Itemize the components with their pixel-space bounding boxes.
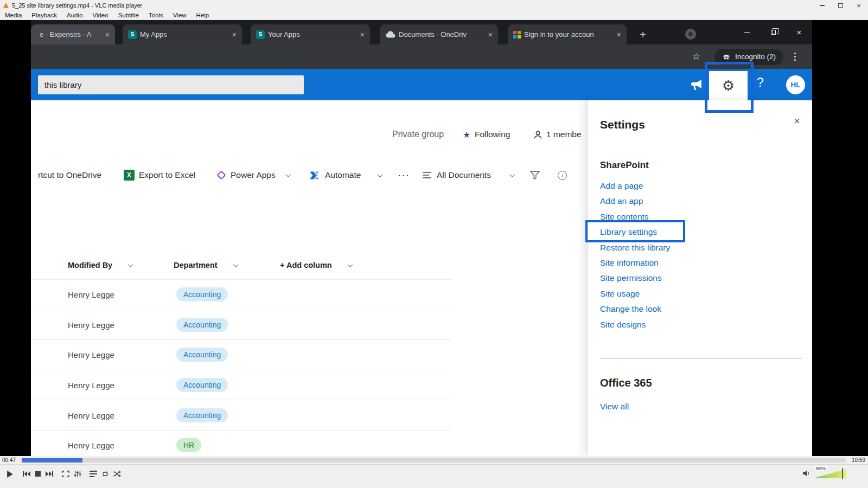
shortcut-label: rtcut to OneDrive [38,170,101,180]
export-to-excel-button[interactable]: X Export to Excel [124,167,195,183]
tab-your-apps[interactable]: S Your Apps × [251,24,370,44]
column-header-add-column[interactable]: + Add column [280,258,352,273]
following-button[interactable]: Following [475,129,510,140]
video-display-area[interactable]: e - Expenses - A × S My Apps × S Your Ap… [0,20,868,456]
vlc-seek-row: 00:47 10:59 [0,456,868,464]
help-button[interactable]: ? [757,75,764,90]
fullscreen-button[interactable] [60,467,72,480]
bookmark-star-icon[interactable]: ☆ [692,51,700,62]
settings-link-library-settings[interactable]: Library settings [600,224,801,240]
department-badge: Accounting [176,408,228,422]
tab-close-icon[interactable]: × [360,31,365,38]
vlc-menubar: Media Playback Audio Video Subtitle Tool… [0,11,868,20]
seek-slider[interactable] [22,458,846,463]
chevron-down-icon [347,262,353,267]
tab-close-icon[interactable]: × [617,31,621,38]
table-row[interactable]: Henry Legge Accounting [31,310,452,341]
play-button[interactable] [3,467,17,480]
settings-link-site-information[interactable]: Site information [600,255,801,271]
column-header-department[interactable]: Department [174,258,238,273]
table-row[interactable]: Henry Legge HR [31,431,452,456]
close-icon: × [797,28,802,37]
more-commands-button[interactable]: ··· [398,167,410,183]
tab-sign-in[interactable]: Sign in to your accoun × [508,24,627,44]
tab-onedrive[interactable]: Documents - OneDriv × [380,24,498,44]
settings-link-view-all[interactable]: View all [600,402,629,412]
incognito-icon [722,53,731,61]
settings-link-site-designs[interactable]: Site designs [600,317,801,332]
menu-help[interactable]: Help [192,12,214,18]
column-header-modified-by[interactable]: Modified By [68,258,132,273]
column-label: Department [174,261,218,269]
sharepoint-suitebar: ⚙ ? HL [31,69,812,101]
tab-close-icon[interactable]: × [488,31,493,38]
kebab-menu-icon[interactable] [792,50,798,63]
vlc-restore-button[interactable] [831,0,850,11]
filter-button[interactable] [530,167,540,183]
menu-playback[interactable]: Playback [27,12,62,18]
tab-close-icon[interactable]: × [232,31,237,38]
following-star-icon: ★ [463,129,470,140]
automate-button[interactable]: Automate [310,167,382,183]
tab-close-icon[interactable]: × [105,31,110,38]
tab-my-apps[interactable]: S My Apps × [123,24,242,44]
department-badge: Accounting [176,287,228,301]
elapsed-time: 00:47 [2,457,18,463]
seek-progress [22,458,82,463]
stop-button[interactable] [32,467,44,480]
vlc-minimize-button[interactable] [813,0,831,11]
settings-gear-button[interactable]: ⚙ [709,71,748,101]
avatar[interactable]: HL [786,75,805,94]
filter-icon [530,171,540,179]
loop-button[interactable] [99,467,111,480]
incognito-label: Incognito (2) [735,53,776,61]
browser-restore-button[interactable] [760,20,786,44]
menu-video[interactable]: Video [87,12,113,18]
chrome-circle-button[interactable] [685,29,696,40]
settings-link-site-permissions[interactable]: Site permissions [600,271,801,286]
settings-link-change-the-look[interactable]: Change the look [600,301,801,317]
search-input[interactable] [38,75,304,94]
next-button[interactable] [43,467,55,480]
volume-marker [842,468,843,479]
previous-button[interactable] [21,467,33,480]
settings-link-add-an-app[interactable]: Add an app [600,194,801,209]
table-row[interactable]: Henry Legge Accounting [31,370,452,401]
view-selector-button[interactable]: All Documents [423,167,514,183]
menu-subtitle[interactable]: Subtitle [113,12,144,18]
browser-toolbar: ☆ Incognito (2) [31,44,812,69]
table-row[interactable]: Henry Legge Accounting [31,280,452,310]
restore-icon [771,30,776,35]
modified-by-cell: Henry Legge [68,290,114,299]
members-count[interactable]: 1 membe [546,129,582,140]
settings-link-add-a-page[interactable]: Add a page [600,178,801,194]
table-row[interactable]: Henry Legge Accounting [31,400,452,431]
settings-link-site-contents[interactable]: Site contents [600,209,801,224]
table-row[interactable]: Henry Legge Accounting [31,340,452,370]
panel-close-icon[interactable]: × [794,115,800,126]
tab-expenses[interactable]: e - Expenses - A × [31,24,115,44]
menu-media[interactable]: Media [0,12,27,18]
extended-settings-button[interactable] [72,467,84,480]
modified-by-cell: Henry Legge [68,410,114,420]
minimize-icon [744,32,750,33]
menu-tools[interactable]: Tools [144,12,168,18]
playlist-button[interactable] [87,467,99,480]
new-tab-button[interactable]: + [636,29,649,40]
shuffle-button[interactable] [111,467,123,480]
browser-close-button[interactable]: × [786,20,812,44]
power-apps-button[interactable]: Power Apps [216,167,290,183]
menu-view[interactable]: View [168,12,192,18]
add-shortcut-button[interactable]: rtcut to OneDrive [38,167,101,183]
settings-link-restore-this-library[interactable]: Restore this library [600,240,801,255]
info-button[interactable]: i [558,167,567,183]
sharepoint-icon: S [256,30,265,39]
settings-link-site-usage[interactable]: Site usage [600,286,801,301]
menu-audio[interactable]: Audio [62,12,87,18]
vlc-close-button[interactable]: × [850,0,868,11]
speaker-icon[interactable] [803,470,810,477]
incognito-badge[interactable]: Incognito (2) [714,49,783,65]
browser-minimize-button[interactable] [734,20,760,44]
megaphone-icon[interactable] [690,79,704,91]
volume-percent: 90% [815,466,827,471]
